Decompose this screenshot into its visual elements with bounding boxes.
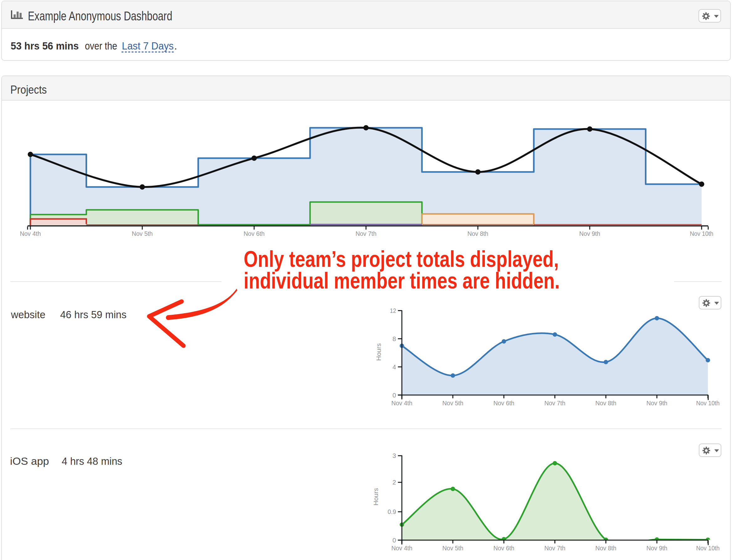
svg-text:Nov 8th: Nov 8th [467,230,488,237]
svg-text:Nov 4th: Nov 4th [392,544,413,552]
svg-text:Nov 9th: Nov 9th [646,399,667,407]
svg-text:Nov 6th: Nov 6th [493,544,514,552]
svg-text:Nov 5th: Nov 5th [132,230,153,237]
svg-text:Nov 10th: Nov 10th [690,230,714,237]
svg-text:iOS app: iOS app [10,455,49,467]
svg-text:Only team’s project totals dis: Only team’s project totals displayed, [244,246,559,272]
svg-text:Nov 5th: Nov 5th [442,399,463,407]
svg-text:Nov 4th: Nov 4th [20,230,41,237]
svg-text:12: 12 [390,307,396,314]
svg-text:individual member times are hi: individual member times are hidden. [244,268,560,293]
svg-text:2: 2 [392,479,396,486]
svg-text:Nov 9th: Nov 9th [579,230,600,237]
svg-text:Nov 9th: Nov 9th [646,544,667,552]
svg-text:Hours: Hours [375,343,382,361]
svg-text:53 hrs 56 mins: 53 hrs 56 mins [11,40,79,52]
svg-text:Nov 8th: Nov 8th [595,399,616,407]
svg-text:Nov 4th: Nov 4th [392,399,413,407]
svg-text:website: website [11,309,45,320]
svg-text:Nov 10th: Nov 10th [696,399,720,407]
svg-text:.: . [174,40,177,52]
svg-text:0.9: 0.9 [388,508,396,515]
svg-text:Nov 7th: Nov 7th [356,230,376,237]
svg-text:46 hrs 59 mins: 46 hrs 59 mins [60,309,127,320]
svg-text:Nov 6th: Nov 6th [493,399,514,407]
svg-text:Example Anonymous Dashboard: Example Anonymous Dashboard [28,9,172,23]
svg-text:Nov 10th: Nov 10th [696,544,720,552]
svg-text:3: 3 [392,452,396,459]
svg-text:Nov 7th: Nov 7th [544,399,565,407]
svg-text:8: 8 [392,335,396,342]
svg-text:over the: over the [85,40,117,52]
svg-text:Nov 6th: Nov 6th [244,230,265,237]
svg-text:4 hrs 48 mins: 4 hrs 48 mins [62,455,122,467]
svg-text:4: 4 [392,363,396,371]
svg-text:0: 0 [392,391,396,399]
svg-text:Nov 7th: Nov 7th [544,544,565,552]
svg-text:Nov 8th: Nov 8th [595,544,616,552]
svg-text:0: 0 [392,537,396,544]
svg-text:Projects: Projects [10,83,47,96]
svg-text:Hours: Hours [372,488,379,506]
svg-text:Last 7 Days: Last 7 Days [122,40,174,52]
svg-text:Nov 5th: Nov 5th [442,544,463,552]
